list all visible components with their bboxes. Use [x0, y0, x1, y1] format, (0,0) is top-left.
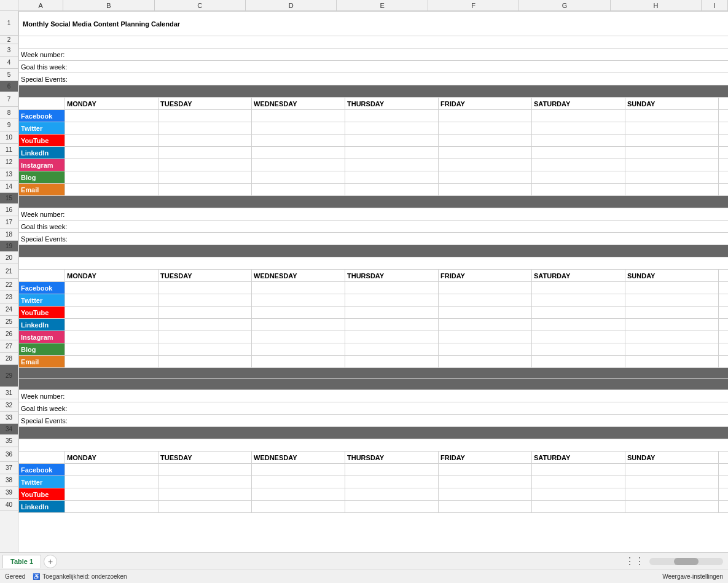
ig-fri-1[interactable] [439, 159, 532, 171]
add-sheet-button[interactable]: + [44, 555, 57, 568]
row-num-15[interactable]: 15 [0, 193, 18, 204]
fb-fri-3[interactable] [439, 464, 532, 476]
row-num-25[interactable]: 25 [0, 316, 18, 328]
fb-tue-3[interactable] [159, 464, 252, 476]
fb-fri-2[interactable] [439, 282, 532, 294]
col-header-e[interactable]: E [337, 0, 428, 10]
row-num-37[interactable]: 37 [0, 462, 18, 474]
tw-fri-3[interactable] [439, 476, 532, 488]
ig-sat-1[interactable] [532, 159, 625, 171]
col-header-a[interactable]: A [18, 0, 63, 10]
bl-tue-2[interactable] [159, 343, 252, 356]
bl-fri-2[interactable] [439, 343, 532, 356]
li-mon-2[interactable] [65, 319, 159, 331]
row-num-20[interactable]: 20 [0, 252, 18, 264]
fb-mon-3[interactable] [65, 464, 159, 476]
linkedin-label-2[interactable]: LinkedIn [19, 319, 65, 331]
row-num-23[interactable]: 23 [0, 291, 18, 303]
row-num-5[interactable]: 5 [0, 69, 18, 81]
ig-wed-1[interactable] [252, 159, 345, 171]
row-num-9[interactable]: 9 [0, 119, 18, 131]
ig-wed-2[interactable] [252, 331, 345, 343]
yt-sun-3[interactable] [625, 488, 719, 501]
row-num-8[interactable]: 8 [0, 107, 18, 119]
tw-fri-2[interactable] [439, 294, 532, 307]
bl-sat-1[interactable] [532, 171, 625, 184]
tw-tue-1[interactable] [159, 122, 252, 135]
bl-sun-2[interactable] [625, 343, 719, 356]
li-fri-2[interactable] [439, 319, 532, 331]
em-fri-1[interactable] [439, 184, 532, 196]
view-settings-text[interactable]: Weergave-instellingen [662, 573, 723, 580]
scroll-thumb[interactable] [674, 558, 699, 565]
twitter-label-3[interactable]: Twitter [19, 476, 65, 488]
row-num-24[interactable]: 24 [0, 303, 18, 316]
li-wed-1[interactable] [252, 147, 345, 159]
tw-thu-1[interactable] [345, 122, 439, 135]
yt-tue-3[interactable] [159, 488, 252, 501]
col-header-f[interactable]: F [428, 0, 519, 10]
ig-thu-2[interactable] [345, 331, 439, 343]
tw-wed-3[interactable] [252, 476, 345, 488]
yt-mon-3[interactable] [65, 488, 159, 501]
row-num-21[interactable]: 21 [0, 264, 18, 279]
blog-label-2[interactable]: Blog [19, 343, 65, 356]
tw-sun-2[interactable] [625, 294, 719, 307]
em-sun-1[interactable] [625, 184, 719, 196]
youtube-label-2[interactable]: YouTube [19, 307, 65, 319]
fb-fri-1[interactable] [439, 110, 532, 122]
em-wed-1[interactable] [252, 184, 345, 196]
tw-tue-2[interactable] [159, 294, 252, 307]
em-tue-2[interactable] [159, 356, 252, 368]
yt-fri-2[interactable] [439, 307, 532, 319]
bl-tue-1[interactable] [159, 171, 252, 184]
em-tue-1[interactable] [159, 184, 252, 196]
em-mon-1[interactable] [65, 184, 159, 196]
row-num-6[interactable]: 6 [0, 81, 18, 92]
bl-mon-1[interactable] [65, 171, 159, 184]
li-thu-2[interactable] [345, 319, 439, 331]
special-events-label-2[interactable]: Special Events: [19, 233, 729, 245]
em-fri-2[interactable] [439, 356, 532, 368]
row-num-10[interactable]: 10 [0, 131, 18, 144]
li-tue-2[interactable] [159, 319, 252, 331]
tw-sat-2[interactable] [532, 294, 625, 307]
yt-mon-1[interactable] [65, 135, 159, 147]
em-sat-1[interactable] [532, 184, 625, 196]
row-num-11[interactable]: 11 [0, 144, 18, 156]
yt-wed-2[interactable] [252, 307, 345, 319]
yt-thu-1[interactable] [345, 135, 439, 147]
week-number-label-3[interactable]: Week number: [19, 390, 729, 402]
tw-sat-1[interactable] [532, 122, 625, 135]
goal-label-3[interactable]: Goal this week: [19, 402, 729, 415]
li-sun-3[interactable] [625, 501, 719, 513]
bl-mon-2[interactable] [65, 343, 159, 356]
blog-label-1[interactable]: Blog [19, 171, 65, 184]
horizontal-scrollbar[interactable] [649, 558, 723, 565]
row-num-29-30[interactable]: 29 [0, 365, 18, 387]
row-num-16[interactable]: 16 [0, 204, 18, 216]
tw-sun-1[interactable] [625, 122, 719, 135]
col-header-b[interactable]: B [63, 0, 154, 10]
yt-tue-2[interactable] [159, 307, 252, 319]
li-wed-3[interactable] [252, 501, 345, 513]
bl-sat-2[interactable] [532, 343, 625, 356]
linkedin-label-3[interactable]: LinkedIn [19, 501, 65, 513]
tw-thu-2[interactable] [345, 294, 439, 307]
fb-sat-3[interactable] [532, 464, 625, 476]
fb-thu-1[interactable] [345, 110, 439, 122]
row-num-28[interactable]: 28 [0, 353, 18, 365]
yt-sat-2[interactable] [532, 307, 625, 319]
linkedin-label-1[interactable]: LinkedIn [19, 147, 65, 159]
bl-fri-1[interactable] [439, 171, 532, 184]
spreadsheet-title[interactable]: Monthly Social Media Content Planning Ca… [19, 12, 729, 36]
dots-icon[interactable]: ⋮⋮ [625, 555, 644, 567]
fb-thu-2[interactable] [345, 282, 439, 294]
yt-sun-2[interactable] [625, 307, 719, 319]
fb-sun-1[interactable] [625, 110, 719, 122]
fb-wed-2[interactable] [252, 282, 345, 294]
li-sun-1[interactable] [625, 147, 719, 159]
col-header-i[interactable]: I [702, 0, 728, 10]
tw-wed-2[interactable] [252, 294, 345, 307]
tw-thu-3[interactable] [345, 476, 439, 488]
